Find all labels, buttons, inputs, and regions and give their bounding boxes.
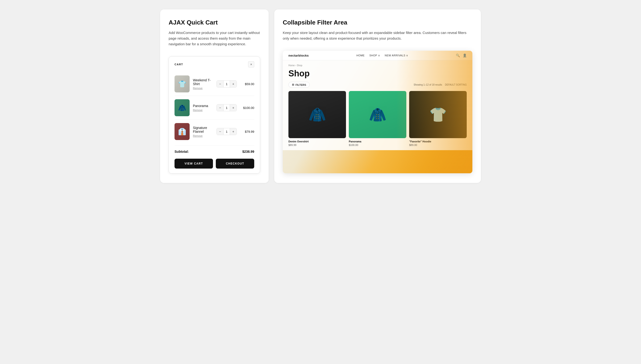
product-figure: 🧥 <box>369 106 387 123</box>
item-image-tshirt <box>175 76 190 92</box>
item-image-jacket <box>175 99 190 116</box>
item-image-flannel <box>175 123 190 140</box>
item-name: Weekend T-Shirt <box>193 78 213 86</box>
checkout-button[interactable]: CHECKOUT <box>216 159 254 168</box>
qty-value: 1 <box>223 104 230 111</box>
shop-page-title: Shop <box>288 68 467 78</box>
filters-label: FILTERS <box>296 84 306 86</box>
page-wrapper: AJAX Quick Cart Add WooCommerce products… <box>155 5 486 188</box>
shop-nav-links: HOME SHOP ∨ NEW ARRIVALS ∨ <box>356 54 408 57</box>
qty-decrease-button[interactable]: − <box>217 81 223 87</box>
cart-items-list: Weekend T-Shirt Remove − 1 + $59.00 <box>175 72 254 143</box>
qty-increase-button[interactable]: + <box>230 104 237 111</box>
item-price: $100.00 <box>240 106 254 110</box>
left-panel: AJAX Quick Cart Add WooCommerce products… <box>160 10 269 183</box>
shop-preview: nectarblocks HOME SHOP ∨ NEW ARRIVALS ∨ … <box>283 51 472 173</box>
item-info: Signature Flannel Remove <box>193 126 213 137</box>
cart-subtotal: Subtotal: $238.99 <box>175 145 254 157</box>
product-card[interactable]: 👕 "Favorite" Hoodie $89.00 <box>409 91 467 146</box>
cart-widget: CART × Weekend T-Shirt Remove − 1 + <box>169 56 260 174</box>
user-icon[interactable]: 👤 <box>463 54 467 57</box>
left-panel-desc: Add WooCommerce products to your cart in… <box>169 30 260 47</box>
shop-logo: nectarblocks <box>288 54 309 57</box>
right-panel-title: Collapsible Filter Area <box>283 19 472 26</box>
product-image-panorama: 🧥 <box>349 91 406 138</box>
shop-nav: nectarblocks HOME SHOP ∨ NEW ARRIVALS ∨ … <box>283 51 472 60</box>
product-name: Panorama <box>349 140 406 143</box>
results-sort: Showing 1–12 of 18 results DEFAULT SORTI… <box>414 84 467 86</box>
qty-decrease-button[interactable]: − <box>217 104 223 111</box>
product-price: $89.99 <box>288 144 346 146</box>
cart-actions: VIEW CART CHECKOUT <box>175 159 254 168</box>
shop-nav-icons: 🔍 👤 <box>456 54 467 57</box>
product-card[interactable]: 🧥 Denim Overshirt $89.99 <box>288 91 346 146</box>
item-qty-control: − 1 + <box>217 104 237 111</box>
cart-header: CART × <box>175 61 254 68</box>
shop-preview-wrapper: nectarblocks HOME SHOP ∨ NEW ARRIVALS ∨ … <box>283 51 472 173</box>
product-card[interactable]: 🧥 Panorama $100.00 <box>349 91 406 146</box>
subtotal-label: Subtotal: <box>175 150 189 154</box>
qty-value: 1 <box>223 128 230 135</box>
product-name: "Favorite" Hoodie <box>409 140 467 143</box>
cart-close-button[interactable]: × <box>248 61 254 68</box>
item-info: Panorama Remove <box>193 104 213 112</box>
cart-item: Signature Flannel Remove − 1 + $79.99 <box>175 120 254 143</box>
item-qty-control: − 1 + <box>217 128 237 135</box>
item-price: $79.99 <box>240 130 254 134</box>
filter-icon: ⊟ <box>292 83 294 86</box>
product-price: $89.00 <box>409 144 467 146</box>
nav-shop[interactable]: SHOP ∨ <box>369 54 380 57</box>
shop-toolbar: ⊟ FILTERS Showing 1–12 of 18 results DEF… <box>288 82 467 88</box>
nav-new-arrivals[interactable]: NEW ARRIVALS ∨ <box>385 54 408 57</box>
product-image-hoodie: 👕 <box>409 91 467 138</box>
nav-home[interactable]: HOME <box>356 54 365 57</box>
item-info: Weekend T-Shirt Remove <box>193 78 213 90</box>
results-count: Showing 1–12 of 18 results <box>414 84 442 86</box>
right-panel: Collapsible Filter Area Keep your store … <box>274 10 481 183</box>
product-image-denim: 🧥 <box>288 91 346 138</box>
subtotal-value: $238.99 <box>242 150 254 154</box>
qty-increase-button[interactable]: + <box>230 81 237 87</box>
product-price: $100.00 <box>349 144 406 146</box>
item-remove-link[interactable]: Remove <box>193 134 213 137</box>
item-qty-control: − 1 + <box>217 80 237 88</box>
product-figure: 👕 <box>429 106 447 123</box>
item-remove-link[interactable]: Remove <box>193 109 213 112</box>
cart-item: Panorama Remove − 1 + $100.00 <box>175 96 254 120</box>
right-panel-desc: Keep your store layout clean and product… <box>283 30 472 41</box>
qty-increase-button[interactable]: + <box>230 128 237 135</box>
item-price: $59.00 <box>240 82 254 86</box>
view-cart-button[interactable]: VIEW CART <box>175 159 213 168</box>
cart-label: CART <box>175 63 183 66</box>
cart-item: Weekend T-Shirt Remove − 1 + $59.00 <box>175 72 254 96</box>
search-icon[interactable]: 🔍 <box>456 54 460 57</box>
product-figure: 🧥 <box>308 106 326 123</box>
item-name: Signature Flannel <box>193 126 213 134</box>
breadcrumb: Home › Shop <box>288 64 467 67</box>
item-name: Panorama <box>193 104 213 108</box>
shop-body: Home › Shop Shop ⊟ FILTERS Showing 1–12 … <box>283 60 472 150</box>
left-panel-title: AJAX Quick Cart <box>169 19 260 26</box>
sort-select[interactable]: DEFAULT SORTING <box>445 84 467 86</box>
qty-value: 1 <box>223 81 230 87</box>
filters-button[interactable]: ⊟ FILTERS <box>288 82 310 88</box>
product-name: Denim Overshirt <box>288 140 346 143</box>
qty-decrease-button[interactable]: − <box>217 128 223 135</box>
product-grid: 🧥 Denim Overshirt $89.99 🧥 Panorama $100… <box>288 91 467 150</box>
item-remove-link[interactable]: Remove <box>193 87 213 90</box>
